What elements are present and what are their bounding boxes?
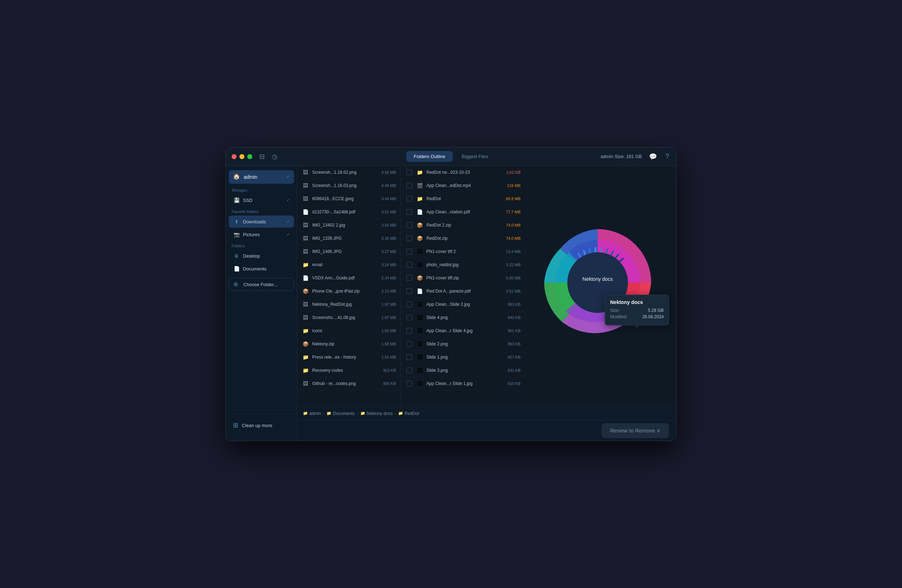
file-name: 6096418...ECCE.jpeg	[312, 196, 379, 201]
review-to-remove-button[interactable]: Review to Remove ∨	[601, 423, 669, 438]
table-row[interactable]: 🖼 App Clean...r Slide 1.jpg 610 KB	[401, 377, 526, 390]
table-row[interactable]: 📦 PN1-cover tiff.zip 5.05 MB	[401, 272, 526, 285]
tab-biggest-files[interactable]: Biggest Files	[454, 151, 496, 162]
list-item[interactable]: 📁 email 3.24 MB	[297, 258, 400, 272]
file-type-icon: 🖼	[416, 340, 424, 348]
row-checkbox[interactable]	[406, 354, 412, 360]
row-checkbox[interactable]	[406, 196, 412, 202]
table-row[interactable]: 🖼 App Clean...Slide 2.jpg 963 KB	[401, 298, 526, 311]
breadcrumb-bar: 📁admin›📁Documents›📁Nektony docs›📁RedDot	[297, 407, 676, 420]
list-item[interactable]: 📄 d132730-...5a14b6.pdf 3.51 MB	[297, 205, 400, 219]
documents-label: Documents	[243, 266, 290, 272]
row-checkbox[interactable]	[406, 328, 412, 334]
sidebar-item-downloads[interactable]: ⬇ Downloads ✓	[229, 216, 294, 228]
table-row[interactable]: 🖼 Slide 4.png 942 KB	[401, 311, 526, 324]
breadcrumb-item[interactable]: 📁Documents	[326, 411, 355, 416]
sidebar-item-documents[interactable]: 📄 Documents	[229, 263, 294, 275]
table-row[interactable]: 📄 Red Dot A...paneze.pdf 3.51 MB	[401, 285, 526, 298]
row-checkbox[interactable]	[406, 341, 412, 347]
row-checkbox[interactable]	[406, 368, 412, 373]
table-row[interactable]: 🖼 App Clean...r Slide 4.jpg 901 KB	[401, 324, 526, 338]
table-row[interactable]: 🖼 Slide 3.png 631 KB	[401, 364, 526, 377]
left-file-list[interactable]: 🖼 Screensh...1.18.02.png 4.50 MB 🖼 Scree…	[297, 166, 401, 407]
right-file-list[interactable]: 📁 RedDot ne...023-10-23 1.62 GB 🎬 App Cl…	[401, 166, 526, 407]
list-item[interactable]: 📁 icons 1.82 MB	[297, 324, 400, 338]
minimize-button[interactable]	[240, 154, 244, 159]
row-checkbox[interactable]	[406, 236, 412, 241]
table-row[interactable]: 🖼 Slide 1.png 827 KB	[401, 351, 526, 364]
row-checkbox[interactable]	[406, 183, 412, 188]
list-item[interactable]: 🖼 6096418...ECCE.jpeg 3.94 MB	[297, 192, 400, 205]
file-name: App Clean...ntation.pdf	[426, 210, 503, 214]
cleanup-button[interactable]: ⊞ Clean up more	[229, 419, 294, 432]
sidebar-item-admin[interactable]: 🏠 admin ✓	[229, 170, 294, 184]
list-item[interactable]: 📁 Recovery codes 922 KB	[297, 364, 400, 377]
file-type-icon: 🎬	[416, 181, 424, 189]
help-icon[interactable]: ?	[664, 151, 670, 162]
list-item[interactable]: 📦 Nektony.zip 1.58 MB	[297, 338, 400, 351]
file-name: icons	[312, 328, 379, 333]
row-checkbox[interactable]	[406, 249, 412, 254]
list-item[interactable]: 🖼 IMG_1339.JPG 3.36 MB	[297, 232, 400, 245]
table-row[interactable]: 📁 RedDot ne...023-10-23 1.62 GB	[401, 166, 526, 179]
tooltip-size-row: Size: 5.28 GB	[610, 308, 664, 313]
donut-chart: Nektony docs Nektony docs Size: 5.28 GB …	[540, 225, 662, 347]
choose-folder-label: Choose Folder...	[243, 282, 277, 287]
sidebar-item-ssd[interactable]: 💾 SSD ✓	[229, 194, 294, 206]
list-item[interactable]: 🖼 IMG_1466.JPG 3.27 MB	[297, 245, 400, 258]
file-name: Nektony.zip	[312, 341, 379, 346]
file-size: 5.22 MB	[506, 263, 521, 267]
list-item[interactable]: 🖼 Screensho....41.08.jpg 1.97 MB	[297, 311, 400, 324]
choose-folder-button[interactable]: ⊕ Choose Folder...	[229, 278, 294, 291]
list-item[interactable]: 📦 Phone Cle...для iPad.zip 2.13 MB	[297, 285, 400, 298]
file-size: 74.0 MB	[506, 223, 521, 227]
list-item[interactable]: 🖼 Nektony_RedDot.jpg 1.97 MB	[297, 298, 400, 311]
row-checkbox[interactable]	[406, 209, 412, 215]
tab-folders-outline[interactable]: Folders Outline	[406, 151, 453, 162]
chart-tooltip: Nektony docs Size: 5.28 GB Modified: 29.…	[605, 295, 669, 325]
row-checkbox[interactable]	[406, 288, 412, 294]
bottom-bar: Review to Remove ∨	[297, 420, 676, 441]
row-checkbox[interactable]	[406, 222, 412, 228]
table-row[interactable]: 📦 RedDot 2.zip 74.0 MB	[401, 219, 526, 232]
table-row[interactable]: 🎬 App Clean...edDot.mp4 116 MB	[401, 179, 526, 192]
row-checkbox[interactable]	[406, 169, 412, 175]
list-item[interactable]: 📁 Press rele...es - history 1.55 MB	[297, 351, 400, 364]
file-icon: 📁	[302, 327, 309, 335]
file-size: 4.49 MB	[381, 183, 396, 188]
list-item[interactable]: 🖼 Screensh...1.18.02.png 4.50 MB	[297, 166, 400, 179]
chat-icon[interactable]: 💬	[648, 151, 658, 162]
list-item[interactable]: 🖼 IMG_13402 2.jpg 3.50 MB	[297, 219, 400, 232]
breadcrumb-item[interactable]: 📁admin	[303, 411, 321, 416]
row-checkbox[interactable]	[406, 315, 412, 321]
row-checkbox[interactable]	[406, 302, 412, 307]
file-type-icon: 🖼	[416, 366, 424, 374]
close-button[interactable]	[232, 154, 236, 159]
sidebar-item-desktop[interactable]: 🖥 Desktop	[229, 250, 294, 262]
table-row[interactable]: 🖼 photo_reddot.jpg 5.22 MB	[401, 258, 526, 272]
file-name: PN1-cover tiff.zip	[426, 275, 503, 280]
folder-icon: 📁	[303, 411, 308, 416]
file-size: 1.55 MB	[381, 355, 396, 359]
history-icon[interactable]: ◷	[271, 151, 279, 162]
breadcrumb-item[interactable]: 📁RedDot	[398, 411, 419, 416]
breadcrumb-item[interactable]: 📁Nektony docs	[360, 411, 393, 416]
table-row[interactable]: 📁 RedDot 80.8 MB	[401, 192, 526, 205]
table-row[interactable]: 📦 RedDot.zip 74.0 MB	[401, 232, 526, 245]
table-row[interactable]: 📄 App Clean...ntation.pdf 77.7 MB	[401, 205, 526, 219]
file-icon: 🖼	[302, 195, 309, 203]
file-name: App Clean...r Slide 4.jpg	[426, 328, 505, 333]
folders-section-title: Folders	[226, 241, 297, 249]
row-checkbox[interactable]	[406, 262, 412, 267]
row-checkbox[interactable]	[406, 275, 412, 281]
sidebar-toggle-icon[interactable]: ⊟	[258, 151, 266, 162]
row-checkbox[interactable]	[406, 381, 412, 386]
list-item[interactable]: 🖼 Github - re...codes.png 885 KB	[297, 377, 400, 390]
home-icon: 🏠	[233, 173, 241, 181]
list-item[interactable]: 📄 VSDX Ann...Guide.pdf 2.34 MB	[297, 272, 400, 285]
table-row[interactable]: 🖼 PN1-cover tiff 2 13.4 MB	[401, 245, 526, 258]
table-row[interactable]: 🖼 Slide 2.png 893 KB	[401, 338, 526, 351]
maximize-button[interactable]	[247, 154, 252, 159]
sidebar-item-pictures[interactable]: 📷 Pictures ✓	[229, 228, 294, 241]
list-item[interactable]: 🖼 Screensh...1.16.03.png 4.49 MB	[297, 179, 400, 192]
